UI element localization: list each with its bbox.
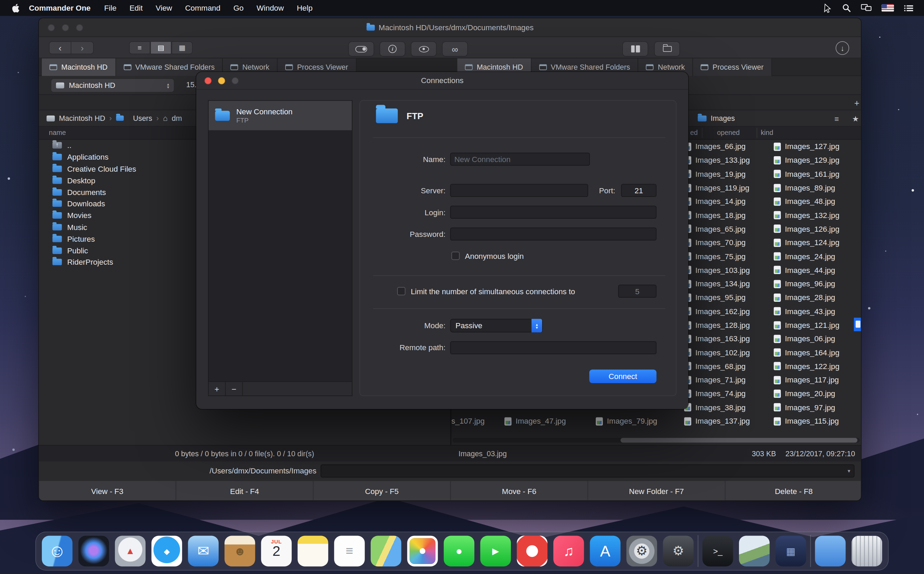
connection-list-item[interactable]: New Connection FTP <box>209 101 352 131</box>
list-item[interactable]: Images_24.jpg <box>774 249 861 263</box>
toggle-hidden-files-button[interactable] <box>348 41 375 57</box>
column-header-name[interactable]: name <box>49 129 66 136</box>
list-item[interactable]: Images_79.jpg <box>596 414 657 428</box>
remove-connection-button[interactable]: − <box>226 382 243 396</box>
menu-item[interactable]: Go <box>227 3 250 13</box>
detail-view-button[interactable]: ▤ <box>150 41 172 54</box>
launchpad[interactable]: ▲ <box>115 536 146 566</box>
list-item[interactable]: Images_137.jpg <box>684 414 773 428</box>
menu-item[interactable]: Command <box>178 3 227 13</box>
list-item[interactable]: Images_74.jpg <box>684 387 773 401</box>
list-item[interactable]: Images_38.jpg <box>684 401 773 414</box>
list-item[interactable]: Images_117.jpg <box>774 373 861 387</box>
breadcrumb-item[interactable]: Users <box>133 114 152 122</box>
list-item[interactable]: Images_06.jpg <box>774 332 861 346</box>
breadcrumb-item[interactable]: dm <box>172 114 182 122</box>
list-item[interactable]: Images_18.jpg <box>684 208 773 222</box>
list-item[interactable]: Images_14.jpg <box>684 195 773 208</box>
function-key-button[interactable]: Delete - F8 <box>725 481 861 501</box>
list-item[interactable]: Images_164.jpg <box>774 346 861 360</box>
list-item[interactable]: Images_162.jpg <box>684 304 773 318</box>
mode-dropdown[interactable]: Passive ▴▾ <box>450 319 543 332</box>
menu-item[interactable]: Window <box>250 3 290 13</box>
notification-list-icon[interactable] <box>904 5 913 12</box>
pane-tab[interactable]: Process Viewer <box>693 58 771 76</box>
name-field[interactable] <box>450 153 590 166</box>
maps[interactable] <box>371 536 401 566</box>
limit-count-field[interactable] <box>618 285 656 298</box>
add-favorite-button[interactable]: + <box>851 97 861 109</box>
list-item[interactable]: Images_134.jpg <box>684 277 773 291</box>
messages[interactable]: ● <box>444 536 474 566</box>
list-item[interactable]: Images_44.jpg <box>774 263 861 277</box>
red-circle-app[interactable] <box>517 536 548 566</box>
menu-item[interactable]: Edit <box>123 3 149 13</box>
horizontal-scrollbar[interactable] <box>453 438 860 443</box>
list-item[interactable]: Images_124.jpg <box>774 236 861 249</box>
photos[interactable] <box>407 536 438 566</box>
facetime[interactable]: ▶ <box>480 536 511 566</box>
list-item[interactable]: Images_127.jpg <box>774 140 861 153</box>
zoom-button[interactable] <box>232 77 239 84</box>
list-item[interactable]: Images_48.jpg <box>774 195 861 208</box>
siri[interactable] <box>78 536 109 566</box>
history-chevron-icon[interactable]: ▾ <box>848 468 850 474</box>
list-item[interactable]: Images_129.jpg <box>774 153 861 167</box>
list-item[interactable]: Images_20.jpg <box>774 387 861 401</box>
app-store[interactable]: A <box>590 536 620 566</box>
finder[interactable]: ☺ <box>42 536 72 566</box>
remote-path-field[interactable] <box>450 341 656 354</box>
downloads-folder[interactable] <box>815 536 845 566</box>
menu-item[interactable]: File <box>98 3 123 13</box>
minimize-button[interactable] <box>62 24 69 31</box>
thumbnail-view-button[interactable]: ▦ <box>172 41 193 54</box>
system-preferences[interactable]: ⚙ <box>626 536 657 566</box>
keyboard-layout-flag-icon[interactable] <box>881 4 894 12</box>
list-item[interactable]: Images_122.jpg <box>774 360 861 373</box>
app-dark-blue[interactable]: ▦ <box>775 536 806 566</box>
connect-button[interactable]: Connect <box>589 369 656 383</box>
search-button[interactable]: ∞ <box>442 41 468 57</box>
terminal[interactable]: >_ <box>702 536 733 566</box>
mail[interactable]: ✉ <box>188 536 219 566</box>
new-folder-button[interactable] <box>654 41 680 57</box>
app-menu-title[interactable]: Commander One <box>29 3 91 13</box>
view-options-icon[interactable]: ≡ <box>834 110 839 127</box>
list-item[interactable]: Images_133.jpg <box>684 153 773 167</box>
breadcrumb-item[interactable]: Macintosh HD <box>59 114 105 122</box>
pane-tab[interactable]: Macintosh HD <box>42 58 116 76</box>
list-item[interactable]: Images_28.jpg <box>774 291 861 304</box>
list-item[interactable]: Images_163.jpg <box>684 332 773 346</box>
list-item[interactable]: Images_70.jpg <box>684 236 773 249</box>
apple-menu-icon[interactable] <box>12 3 19 13</box>
reminders[interactable]: ≡ <box>334 536 365 566</box>
list-item[interactable]: Images_161.jpg <box>774 167 861 181</box>
menu-item[interactable]: Help <box>290 3 319 13</box>
get-info-button[interactable]: i <box>379 41 406 57</box>
calendar[interactable]: JUL 2 <box>261 536 292 566</box>
quick-look-button[interactable] <box>411 41 437 57</box>
list-item[interactable]: s_107.jpg <box>451 414 485 428</box>
utility-gear[interactable]: ⚙ <box>663 536 693 566</box>
notes[interactable] <box>298 536 328 566</box>
close-button[interactable] <box>48 24 55 31</box>
displays-icon[interactable] <box>861 4 872 12</box>
breadcrumb-item[interactable]: Images <box>711 114 735 123</box>
login-field[interactable] <box>450 206 656 219</box>
music[interactable]: ♫ <box>553 536 584 566</box>
brief-view-button[interactable]: ≡ <box>129 41 150 54</box>
list-item[interactable]: Images_68.jpg <box>684 360 773 373</box>
volume-dropdown[interactable]: Macintosh HD ▴▾ <box>51 78 175 92</box>
function-key-button[interactable]: Edit - F4 <box>176 481 313 501</box>
list-item[interactable]: Images_95.jpg <box>684 291 773 304</box>
list-item[interactable]: Images_97.jpg <box>774 401 861 414</box>
function-key-button[interactable]: Copy - F5 <box>313 481 451 501</box>
selected-item-fragment[interactable] <box>854 317 861 331</box>
port-field[interactable] <box>621 184 656 197</box>
list-item[interactable]: Images_121.jpg <box>774 318 861 332</box>
add-connection-button[interactable]: + <box>209 382 226 396</box>
close-button[interactable] <box>205 77 212 84</box>
list-item[interactable]: Images_19.jpg <box>684 167 773 181</box>
column-header-opened[interactable]: opened <box>705 129 752 136</box>
dual-pane-button[interactable] <box>622 41 649 57</box>
